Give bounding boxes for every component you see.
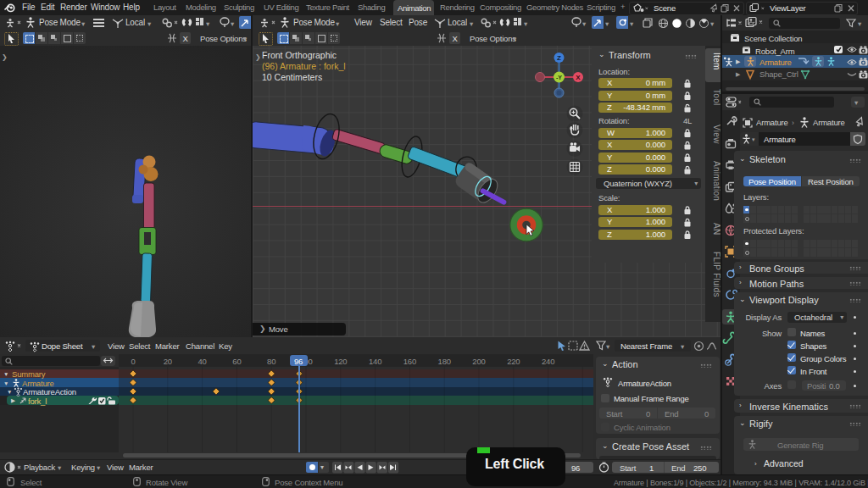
svg-text:-Y: -Y: [556, 75, 562, 80]
svg-text:X: X: [576, 74, 581, 81]
svg-text:Z: Z: [557, 54, 561, 62]
